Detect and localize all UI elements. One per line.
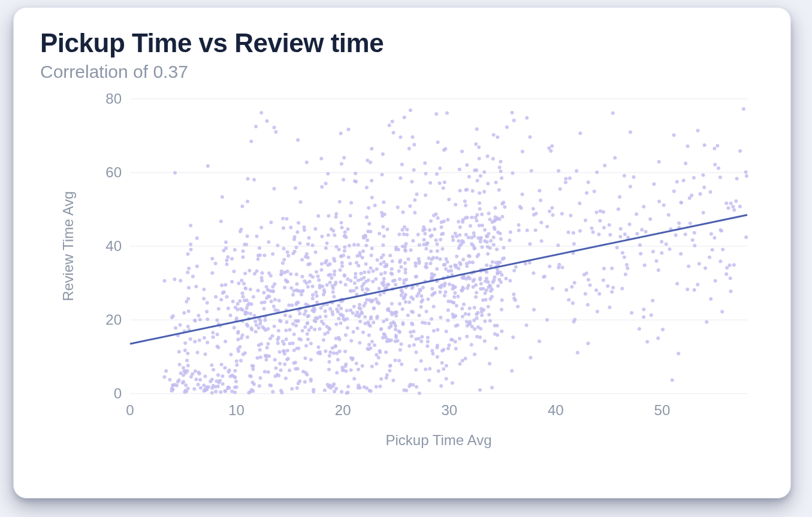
svg-point-206: [538, 340, 541, 343]
svg-point-457: [455, 255, 458, 258]
svg-point-1001: [454, 347, 458, 350]
svg-point-45: [381, 243, 385, 247]
svg-point-1031: [693, 288, 696, 292]
svg-point-204: [428, 181, 432, 185]
svg-point-977: [440, 361, 444, 365]
svg-point-993: [354, 276, 357, 279]
svg-point-712: [608, 233, 612, 237]
svg-point-516: [198, 318, 202, 322]
svg-point-1585: [474, 143, 478, 146]
svg-point-479: [738, 149, 742, 153]
svg-point-1473: [418, 314, 421, 318]
svg-point-1027: [186, 364, 190, 367]
svg-point-888: [282, 258, 286, 262]
svg-point-1550: [319, 268, 323, 272]
svg-point-1238: [297, 301, 300, 304]
svg-point-225: [557, 169, 560, 173]
svg-point-1571: [301, 289, 304, 292]
svg-point-954: [550, 206, 554, 210]
svg-point-998: [262, 291, 265, 295]
svg-point-1412: [246, 199, 249, 203]
svg-point-1512: [478, 278, 482, 282]
svg-point-1590: [338, 338, 342, 341]
svg-point-1404: [353, 179, 357, 183]
svg-point-616: [352, 330, 355, 334]
svg-point-940: [286, 250, 289, 254]
svg-point-598: [407, 385, 411, 388]
svg-point-1063: [499, 280, 503, 284]
svg-point-1133: [189, 224, 192, 228]
svg-point-174: [332, 351, 336, 355]
svg-point-1568: [339, 307, 343, 310]
svg-point-483: [264, 319, 267, 322]
svg-point-1345: [413, 261, 417, 265]
svg-point-1067: [238, 345, 242, 349]
svg-point-1346: [436, 328, 439, 332]
svg-point-611: [278, 362, 282, 365]
svg-point-1056: [233, 376, 237, 379]
svg-point-686: [402, 282, 406, 285]
svg-point-813: [370, 300, 373, 303]
svg-point-1319: [674, 234, 678, 237]
svg-point-1456: [491, 157, 495, 161]
svg-point-391: [461, 359, 464, 362]
svg-point-562: [256, 258, 260, 261]
svg-point-396: [354, 272, 357, 276]
svg-point-1008: [295, 282, 299, 286]
svg-point-453: [657, 160, 661, 164]
svg-point-1148: [464, 216, 467, 220]
svg-point-1505: [708, 256, 711, 259]
svg-point-495: [390, 271, 393, 275]
svg-point-1212: [742, 107, 745, 111]
svg-point-1194: [220, 363, 224, 367]
svg-point-454: [276, 244, 279, 247]
svg-point-365: [494, 181, 498, 185]
svg-point-587: [365, 186, 369, 189]
svg-point-1110: [415, 275, 418, 279]
svg-point-1033: [365, 386, 369, 390]
svg-point-1320: [331, 229, 335, 232]
svg-point-1144: [422, 243, 425, 246]
svg-point-1348: [419, 294, 423, 298]
svg-point-1516: [221, 382, 225, 386]
svg-point-1526: [696, 129, 700, 132]
svg-point-523: [183, 349, 187, 352]
svg-point-666: [352, 377, 356, 380]
svg-point-247: [394, 359, 397, 362]
svg-point-230: [399, 176, 402, 180]
svg-point-1343: [369, 389, 373, 393]
svg-point-1556: [704, 267, 707, 270]
svg-point-1123: [461, 220, 464, 224]
svg-point-1009: [271, 252, 274, 256]
svg-point-306: [242, 282, 246, 286]
trend-line: [130, 215, 747, 344]
svg-point-1583: [324, 349, 327, 353]
svg-point-1061: [246, 177, 250, 180]
svg-point-1419: [254, 125, 258, 128]
svg-point-1599: [528, 242, 532, 246]
svg-point-974: [343, 274, 346, 278]
svg-point-646: [443, 294, 446, 297]
svg-point-787: [285, 217, 288, 220]
svg-point-1270: [325, 241, 329, 245]
svg-point-843: [379, 377, 383, 381]
svg-point-1239: [564, 177, 568, 180]
svg-point-1491: [210, 364, 213, 367]
svg-point-1101: [339, 313, 342, 316]
svg-point-48: [349, 339, 353, 343]
svg-point-797: [365, 216, 369, 219]
svg-point-343: [687, 264, 690, 268]
svg-point-760: [545, 318, 549, 322]
svg-point-720: [281, 217, 285, 220]
svg-point-980: [304, 309, 307, 313]
svg-point-1272: [369, 346, 372, 350]
svg-point-947: [370, 196, 374, 199]
svg-point-450: [394, 324, 397, 328]
svg-point-971: [292, 332, 296, 336]
svg-point-413: [725, 273, 728, 276]
svg-point-738: [280, 270, 283, 273]
svg-point-485: [642, 315, 645, 319]
svg-point-217: [418, 243, 421, 247]
svg-point-1115: [309, 379, 313, 383]
svg-point-144: [235, 359, 239, 363]
